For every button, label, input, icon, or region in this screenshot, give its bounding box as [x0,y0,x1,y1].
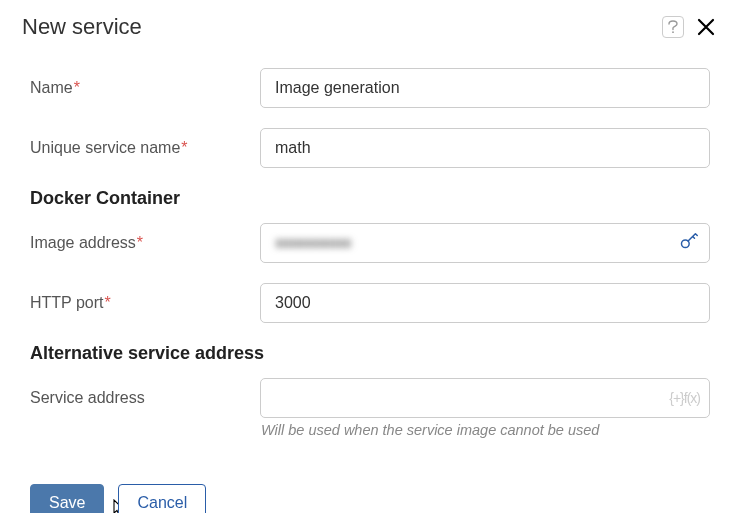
svg-point-0 [672,31,674,33]
required-star: * [137,234,143,251]
http-port-label: HTTP port* [30,294,260,312]
image-address-label-text: Image address [30,234,136,251]
required-star: * [181,139,187,156]
header-actions [662,15,718,39]
help-button[interactable] [662,16,684,38]
http-port-input[interactable] [260,283,710,323]
alt-section-header: Alternative service address [30,343,710,364]
dialog-title: New service [22,14,142,40]
name-label: Name* [30,79,260,97]
help-icon [668,20,678,34]
close-icon [696,17,716,37]
required-star: * [105,294,111,311]
name-input[interactable] [260,68,710,108]
image-address-label: Image address* [30,234,260,252]
docker-section-header: Docker Container [30,188,710,209]
image-address-value: IIIIIIIIIIIIIIIIIIIIIIIIIIIII [275,236,351,251]
service-address-input[interactable] [260,378,710,418]
service-address-helper: Will be used when the service image cann… [261,422,718,438]
save-button[interactable]: Save [30,484,104,513]
unique-name-label-text: Unique service name [30,139,180,156]
close-button[interactable] [694,15,718,39]
unique-name-label: Unique service name* [30,139,260,157]
required-star: * [74,79,80,96]
key-icon [678,230,700,252]
service-address-label: Service address [30,389,260,407]
http-port-label-text: HTTP port [30,294,104,311]
cancel-button[interactable]: Cancel [118,484,206,513]
name-label-text: Name [30,79,73,96]
image-address-input[interactable]: IIIIIIIIIIIIIIIIIIIIIIIIIIIII [260,223,710,263]
key-button[interactable] [678,230,700,256]
unique-name-input[interactable] [260,128,710,168]
fx-icon[interactable]: {+}f(x) [669,390,700,406]
save-button-label: Save [49,494,85,512]
